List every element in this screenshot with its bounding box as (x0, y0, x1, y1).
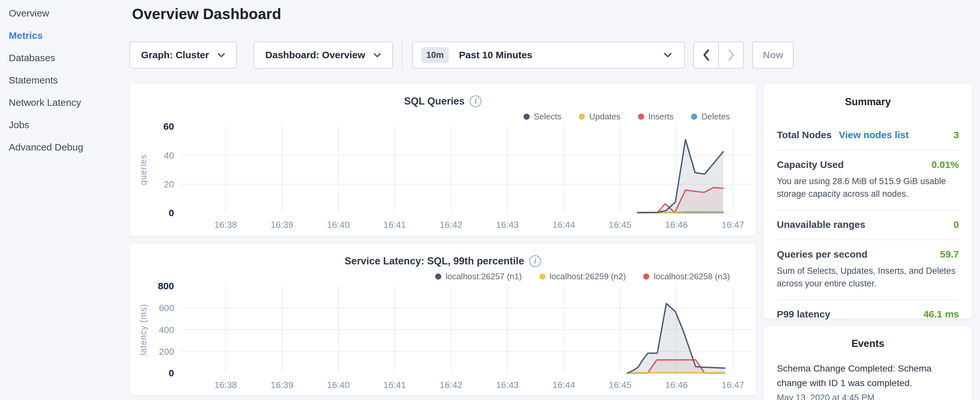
chevron-left-icon (702, 49, 711, 62)
svg-text:16:38: 16:38 (214, 220, 237, 230)
summary-row-capacity-used: Capacity Used 0.01% You are using 28.6 M… (777, 150, 959, 210)
event-text: Schema Change Completed: Schema change w… (777, 361, 959, 390)
svg-text:16:43: 16:43 (496, 220, 519, 230)
summary-title: Summary (764, 84, 972, 108)
svg-text:16:44: 16:44 (552, 220, 575, 230)
summary-row-label: P99 latency (777, 309, 830, 320)
dashboard-dropdown[interactable]: Dashboard: Overview (254, 41, 393, 69)
svg-text:400: 400 (159, 325, 174, 335)
chevron-down-icon (373, 53, 381, 57)
summary-row-value: 46.1 ms (923, 309, 959, 320)
graph-scope-label: Graph: Cluster (141, 49, 209, 61)
sidebar-item-databases[interactable]: Databases (9, 46, 129, 69)
sidebar-item-jobs[interactable]: Jobs (9, 113, 129, 136)
svg-text:16:39: 16:39 (270, 220, 293, 230)
sidebar-item-network-latency[interactable]: Network Latency (9, 91, 129, 113)
time-range-value: Past 10 Minutes (459, 49, 533, 61)
events-panel: Events Schema Change Completed: Schema c… (764, 325, 972, 400)
time-forward-button[interactable] (719, 41, 744, 69)
summary-panel: Summary Total Nodes View nodes list 3 Ca… (764, 83, 972, 319)
svg-text:40: 40 (164, 150, 174, 161)
svg-text:16:45: 16:45 (609, 380, 632, 390)
svg-text:0: 0 (169, 368, 174, 378)
page-title: Overview Dashboard (132, 5, 281, 23)
service-latency-plot: 16:3816:3916:4016:4116:4216:4316:4416:45… (130, 244, 756, 396)
svg-text:16:40: 16:40 (327, 380, 350, 390)
summary-row-unavailable-ranges: Unavailable ranges 0 (777, 210, 959, 240)
svg-text:16:47: 16:47 (721, 220, 744, 230)
chevron-down-icon (217, 53, 225, 57)
view-nodes-list-link[interactable]: View nodes list (838, 129, 908, 140)
event-timestamp: May 13, 2020 at 4:45 PM (777, 393, 959, 400)
summary-row-value: 0 (953, 219, 959, 230)
time-back-button[interactable] (694, 41, 719, 69)
svg-text:queries: queries (138, 155, 148, 185)
toolbar: Graph: Cluster Dashboard: Overview 10m P… (129, 41, 794, 69)
summary-row-value: 3 (953, 129, 959, 140)
now-button[interactable]: Now (752, 41, 794, 69)
svg-text:0: 0 (169, 207, 174, 218)
svg-text:200: 200 (159, 347, 174, 357)
summary-row-note: Sum of Selects, Updates, Inserts, and De… (777, 265, 959, 290)
time-pager (694, 41, 744, 69)
time-range-dropdown[interactable]: 10m Past 10 Minutes (412, 41, 685, 69)
svg-text:16:45: 16:45 (609, 220, 632, 230)
svg-text:800: 800 (158, 280, 174, 291)
summary-row-queries-per-second: Queries per second 59.7 Sum of Selects, … (777, 240, 959, 300)
sidebar: Overview Metrics Databases Statements Ne… (0, 0, 129, 400)
svg-text:16:47: 16:47 (721, 380, 744, 390)
svg-text:16:41: 16:41 (383, 220, 406, 230)
svg-text:16:46: 16:46 (665, 220, 688, 230)
summary-row-value: 0.01% (931, 159, 959, 170)
sidebar-item-statements[interactable]: Statements (9, 69, 129, 91)
dashboard-label: Dashboard: Overview (265, 49, 365, 61)
svg-text:60: 60 (163, 121, 174, 132)
svg-text:16:43: 16:43 (496, 380, 519, 390)
sidebar-item-advanced-debug[interactable]: Advanced Debug (9, 136, 129, 158)
svg-text:16:41: 16:41 (383, 380, 406, 390)
svg-text:16:42: 16:42 (440, 380, 462, 390)
svg-text:20: 20 (164, 179, 174, 189)
summary-row-value: 59.7 (940, 249, 959, 260)
toolbar-divider (402, 41, 402, 69)
chevron-right-icon (727, 49, 735, 62)
svg-text:16:40: 16:40 (327, 220, 350, 230)
summary-row-note: You are using 28.6 MiB of 515.9 GiB usab… (777, 175, 959, 200)
sidebar-item-metrics[interactable]: Metrics (9, 24, 129, 46)
events-title: Events (764, 325, 972, 349)
svg-text:600: 600 (159, 303, 174, 313)
service-latency-chart-panel: Service Latency: SQL, 99th percentile i … (129, 243, 756, 395)
event-list-item[interactable]: Schema Change Completed: Schema change w… (764, 349, 972, 400)
graph-scope-dropdown[interactable]: Graph: Cluster (129, 41, 237, 69)
svg-text:16:39: 16:39 (270, 380, 293, 390)
summary-row-p99-latency: P99 latency 46.1 ms (777, 300, 959, 329)
summary-row-label: Total Nodes (777, 129, 832, 140)
svg-text:16:46: 16:46 (665, 380, 688, 390)
sql-queries-plot: 16:3816:3916:4016:4116:4216:4316:4416:45… (130, 84, 756, 237)
svg-text:latency (ms): latency (ms) (138, 304, 148, 355)
time-range-badge: 10m (421, 47, 449, 63)
summary-row-label: Queries per second (777, 249, 867, 260)
summary-row-label: Unavailable ranges (777, 219, 865, 230)
sql-queries-chart-panel: SQL Queries i Selects Updates Inserts De… (129, 83, 756, 236)
svg-text:16:44: 16:44 (552, 380, 575, 390)
svg-text:16:42: 16:42 (440, 220, 462, 230)
svg-text:16:38: 16:38 (214, 380, 237, 390)
summary-row-total-nodes: Total Nodes View nodes list 3 (777, 121, 959, 150)
sidebar-item-overview[interactable]: Overview (9, 2, 129, 24)
summary-row-label: Capacity Used (777, 159, 844, 170)
chevron-down-icon (663, 53, 672, 57)
